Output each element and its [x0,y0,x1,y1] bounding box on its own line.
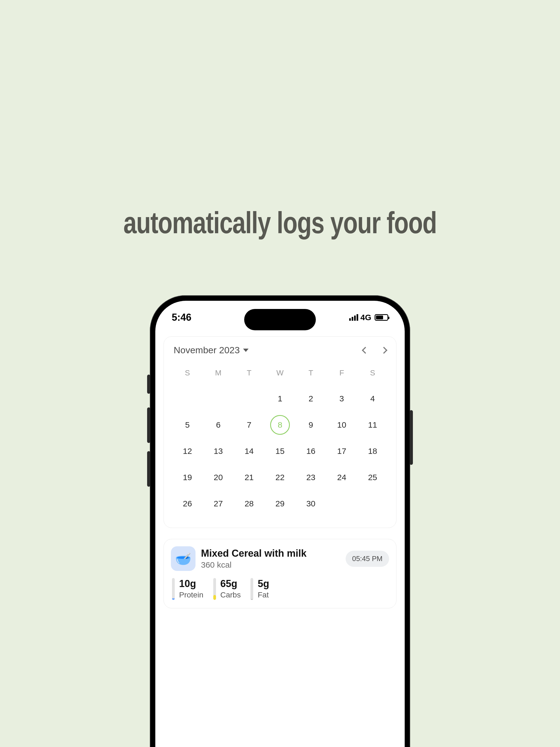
calendar-day[interactable]: 29 [270,494,290,514]
status-bar: 5:46 4G [155,312,405,323]
next-month-button[interactable] [380,347,387,354]
calendar-day[interactable]: 13 [208,441,228,461]
calendar-day[interactable]: 30 [301,494,321,514]
phone-screen: 5:46 4G November 2023 [155,301,405,747]
calendar-day[interactable]: 11 [363,415,383,435]
fat-label: Fat [258,591,269,599]
food-log-card[interactable]: 🥣 Mixed Cereal with milk 360 kcal 05:45 … [163,539,397,609]
calendar-day[interactable]: 16 [301,441,321,461]
calendar-dow: T [308,364,313,386]
macro-protein: 10g Protein [172,578,203,600]
calendar-day[interactable]: 18 [363,441,383,461]
caret-down-icon [243,349,249,352]
calendar-day[interactable]: 8 [270,415,290,435]
protein-label: Protein [179,591,203,599]
prev-month-button[interactable] [362,347,368,354]
calendar-day[interactable]: 19 [177,468,197,487]
calendar-day[interactable]: 21 [239,468,259,487]
protein-value: 10g [179,578,203,590]
headline-text: automatically logs your food [61,205,498,240]
battery-icon [375,314,388,321]
status-time: 5:46 [172,312,192,323]
phone-side-button [410,410,413,465]
protein-bar [172,578,175,600]
calendar-dow: S [370,364,375,386]
calendar-day[interactable]: 28 [239,494,259,514]
food-time-badge: 05:45 PM [346,551,389,567]
calendar-dow: S [185,364,190,386]
calendar-day[interactable]: 1 [270,389,290,409]
calendar-day[interactable]: 25 [363,468,383,487]
calendar-day[interactable]: 9 [301,415,321,435]
promo-stage: automatically logs your food 5:46 4G [0,0,560,747]
calendar-card: November 2023 SMTWTFS1234567891011121314… [163,336,397,528]
calendar-dow: M [215,364,222,386]
calendar-day[interactable]: 6 [208,415,228,435]
calendar-day[interactable]: 3 [332,389,352,409]
calendar-day[interactable]: 20 [208,468,228,487]
fat-bar [251,578,253,600]
fat-value: 5g [258,578,269,590]
calendar-dow: W [276,364,284,386]
bowl-icon: 🥣 [171,546,196,571]
calendar-day[interactable]: 7 [239,415,259,435]
macro-fat: 5g Fat [251,578,269,600]
food-calories: 360 kcal [201,560,340,570]
food-name: Mixed Cereal with milk [201,548,340,559]
calendar-dow: T [247,364,252,386]
calendar-day[interactable]: 17 [332,441,352,461]
calendar-day[interactable]: 27 [208,494,228,514]
calendar-day[interactable]: 2 [301,389,321,409]
calendar-dow: F [339,364,344,386]
calendar-day[interactable]: 26 [177,494,197,514]
phone-side-button [147,375,150,394]
calendar-day[interactable]: 10 [332,415,352,435]
calendar-day[interactable]: 4 [363,389,383,409]
carbs-bar [213,578,216,600]
carbs-value: 65g [221,578,241,590]
calendar-day[interactable]: 15 [270,441,290,461]
calendar-day[interactable]: 24 [332,468,352,487]
phone-side-button [147,451,150,487]
network-label: 4G [360,313,371,322]
macro-carbs: 65g Carbs [213,578,241,600]
phone-side-button [147,407,150,443]
signal-icon [349,314,358,321]
calendar-day[interactable]: 14 [239,441,259,461]
status-right: 4G [349,313,388,322]
calendar-month-picker[interactable]: November 2023 [174,345,249,356]
calendar-day[interactable]: 12 [177,441,197,461]
calendar-day[interactable]: 22 [270,468,290,487]
calendar-title: November 2023 [174,345,240,356]
calendar-grid: SMTWTFS123456789101112131415161718192021… [172,364,388,517]
carbs-label: Carbs [221,591,241,599]
phone-frame: 5:46 4G November 2023 [150,295,410,747]
calendar-day[interactable]: 23 [301,468,321,487]
calendar-day[interactable]: 5 [177,415,197,435]
